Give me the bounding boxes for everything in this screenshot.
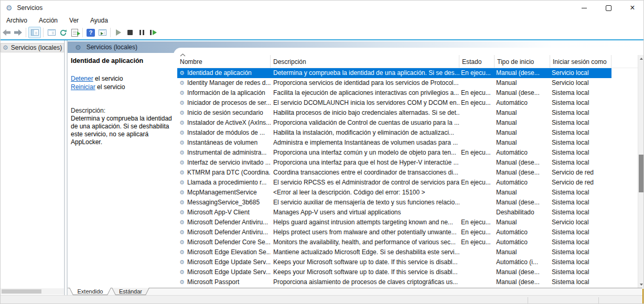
service-row[interactable]: ⚙ McpManagementService <Error al leer la…	[177, 188, 611, 198]
tree-item-label: Servicios (locales)	[11, 44, 62, 51]
column-header-nombre[interactable]: Nombre	[177, 55, 271, 68]
service-gear-icon: ⚙	[177, 108, 187, 118]
pane-header-title: Servicios (locales)	[87, 44, 137, 51]
pause-service-icon[interactable]	[136, 27, 147, 38]
scroll-up-icon[interactable]	[638, 55, 644, 62]
service-row[interactable]: ⚙ Instalador de ActiveX (AxIns... Propor…	[177, 118, 611, 128]
maximize-button[interactable]	[596, 1, 620, 15]
tree-item-servicios-locales[interactable]: ⚙ Servicios (locales)	[1, 43, 64, 52]
cell-estado: En ejecu...	[459, 178, 495, 188]
cell-iniciar-sesion-como: Servicio de red	[550, 178, 611, 188]
service-row[interactable]: ⚙ Identity Manager de redes d... Proporc…	[177, 78, 611, 88]
cell-nombre: KTMRM para DTC (Coordina...	[187, 168, 271, 178]
service-gear-icon: ⚙	[177, 78, 187, 88]
statusbar-divider	[528, 297, 528, 303]
cell-estado	[459, 188, 495, 198]
refresh-icon[interactable]	[57, 27, 69, 38]
stop-service-link[interactable]: Detener	[71, 75, 93, 82]
cell-tipo-de-inicio: Automático	[495, 98, 550, 108]
table-header: Nombre Descripción Estado Tipo de inicio…	[177, 55, 611, 68]
service-row[interactable]: ⚙ Microsoft App-V Client Manages App-V u…	[177, 208, 611, 218]
service-gear-icon: ⚙	[177, 267, 187, 277]
cell-estado: En ejecu...	[459, 218, 495, 227]
forward-icon[interactable]	[12, 27, 24, 38]
scroll-down-icon[interactable]	[638, 281, 644, 288]
services-window: ⚙ Servicios × Archivo Acción Ver Ayuda	[0, 0, 644, 304]
stop-service-line: Detener el servicio	[71, 75, 123, 82]
cell-tipo-de-inicio: Automático	[495, 237, 550, 247]
close-button[interactable]: ×	[620, 1, 644, 15]
vscroll-thumb[interactable]	[639, 155, 643, 192]
cell-iniciar-sesion-como: Sistema local	[550, 108, 611, 118]
service-row[interactable]: ⚙ Microsoft Edge Update Serv... Keeps yo…	[177, 257, 611, 267]
service-row[interactable]: ⚙ Microsoft Defender Core Se... Monitors…	[177, 237, 611, 247]
service-row[interactable]: ⚙ MessagingService_3b685 El servicio aux…	[177, 198, 611, 208]
service-row[interactable]: ⚙ Llamada a procedimiento r... El servic…	[177, 178, 611, 188]
service-row[interactable]: ⚙ Instrumental de administra... Proporci…	[177, 148, 611, 158]
service-row[interactable]: ⚙ Microsoft Edge Elevation Se... Mantien…	[177, 247, 611, 257]
statusbar-divider	[598, 297, 599, 303]
tab-extendido[interactable]: Extendido	[69, 288, 111, 295]
service-row[interactable]: ⚙ Iniciador de procesos de ser... El ser…	[177, 98, 611, 108]
tree-hscroll-thumb[interactable]	[2, 289, 41, 294]
maximize-icon	[606, 5, 611, 11]
cell-descripcion: Habilita la instalación, modificación y …	[271, 128, 459, 138]
cell-iniciar-sesion-como: Sistema local	[550, 277, 611, 287]
service-row[interactable]: ⚙ Identidad de aplicación Determina y co…	[177, 68, 611, 78]
properties-icon[interactable]	[46, 27, 57, 38]
restart-service-icon[interactable]	[147, 27, 159, 38]
menu-archivo[interactable]: Archivo	[1, 17, 33, 24]
minimize-button[interactable]	[572, 1, 596, 15]
menu-accion[interactable]: Acción	[33, 17, 63, 24]
panel-splitter[interactable]	[64, 40, 68, 295]
cell-nombre: Microsoft Edge Update Serv...	[187, 257, 271, 267]
service-gear-icon: ⚙	[177, 118, 187, 128]
stop-service-icon[interactable]	[124, 27, 136, 38]
cell-estado	[459, 168, 495, 178]
cell-iniciar-sesion-como: Sistema local	[550, 257, 611, 267]
cell-estado	[459, 158, 495, 168]
service-gear-icon: ⚙	[177, 198, 187, 208]
column-header-tipo-de-inicio[interactable]: Tipo de inicio	[495, 55, 550, 68]
column-header-estado[interactable]: Estado	[459, 55, 495, 68]
list-vertical-scrollbar[interactable]	[638, 55, 644, 288]
cell-descripcion: El servicio RPCSS es el Administrador de…	[271, 178, 459, 188]
cell-nombre: Instalador de ActiveX (AxIns...	[187, 118, 271, 128]
cell-tipo-de-inicio: Automático	[495, 178, 550, 188]
services-table-body: ⚙ Identidad de aplicación Determina y co…	[177, 68, 611, 287]
cell-nombre: Identidad de aplicación	[187, 68, 271, 78]
services-gear-icon: ⚙	[3, 45, 8, 51]
service-row[interactable]: ⚙ Interfaz de servicio invitado ... Prop…	[177, 158, 611, 168]
cell-descripcion: Keeps your Microsoft software up to date…	[271, 257, 459, 267]
help-icon[interactable]: ?	[85, 27, 96, 38]
column-header-descripcion[interactable]: Descripción	[271, 55, 459, 68]
cell-iniciar-sesion-como: Servicio local	[550, 78, 611, 88]
service-row[interactable]: ⚙ Instalador de módulos de ... Habilita …	[177, 128, 611, 138]
service-row[interactable]: ⚙ Inicio de sesión secundario Habilita p…	[177, 108, 611, 118]
cell-tipo-de-inicio: Automático	[495, 227, 550, 237]
start-service-icon[interactable]	[113, 27, 124, 38]
tab-estandar[interactable]: Estándar	[112, 288, 149, 295]
column-header-iniciar-sesion-como[interactable]: Iniciar sesión como	[550, 55, 611, 68]
service-row[interactable]: ⚙ Microsoft Defender Antiviru... Helps p…	[177, 227, 611, 237]
service-row[interactable]: ⚙ Microsoft Passport Proporciona aislami…	[177, 277, 611, 287]
extended-view-icon[interactable]	[96, 27, 108, 38]
menu-ayuda[interactable]: Ayuda	[84, 17, 114, 24]
show-console-tree-icon[interactable]	[28, 27, 41, 38]
cell-tipo-de-inicio: Manual (dese...	[495, 88, 550, 98]
service-row[interactable]: ⚙ Microsoft Defender Antiviru... Helps g…	[177, 218, 611, 227]
restart-service-link[interactable]: Reiniciar	[71, 83, 95, 91]
service-row[interactable]: ⚙ Microsoft Edge Update Serv... Keeps yo…	[177, 267, 611, 277]
cell-tipo-de-inicio: Manual	[495, 218, 550, 227]
menu-ver[interactable]: Ver	[63, 17, 84, 24]
tree-horizontal-scrollbar[interactable]	[1, 288, 65, 295]
service-row[interactable]: ⚙ Instantáneas de volumen Administra e i…	[177, 138, 611, 148]
service-row[interactable]: ⚙ Información de la aplicación Facilita …	[177, 88, 611, 98]
service-row[interactable]: ⚙ KTMRM para DTC (Coordina... Coordina t…	[177, 168, 611, 178]
export-list-icon[interactable]	[69, 27, 80, 38]
back-icon[interactable]	[1, 27, 12, 38]
cell-nombre: Instalador de módulos de ...	[187, 128, 271, 138]
service-gear-icon: ⚙	[177, 158, 187, 168]
cell-iniciar-sesion-como: Sistema local	[550, 208, 611, 218]
caption-buttons: ×	[572, 1, 644, 15]
